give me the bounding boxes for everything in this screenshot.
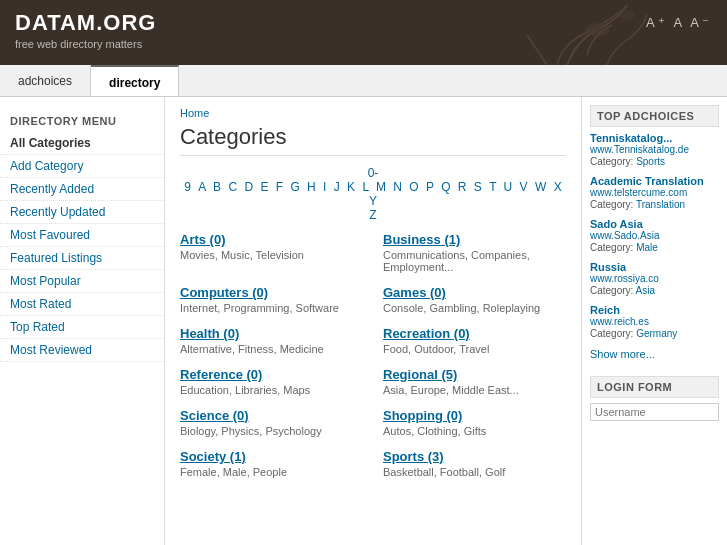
category-link[interactable]: Arts (0) bbox=[180, 232, 226, 247]
alpha-N[interactable]: N bbox=[391, 180, 407, 194]
category-link[interactable]: Society (1) bbox=[180, 449, 246, 464]
category-link[interactable]: Health (0) bbox=[180, 326, 239, 341]
category-item: Health (0)Alternative, Fitness, Medicine bbox=[180, 326, 363, 355]
category-item: Shopping (0)Autos, Clothing, Gifts bbox=[383, 408, 566, 437]
adchoices-title: TOP ADCHOICES bbox=[590, 105, 719, 127]
sidebar-item-featured-listings[interactable]: Featured Listings bbox=[0, 247, 164, 270]
category-link[interactable]: Science (0) bbox=[180, 408, 249, 423]
alpha-T[interactable]: T bbox=[487, 180, 501, 194]
font-normal-icon[interactable]: A bbox=[673, 15, 690, 30]
sidebar-item-all-categories[interactable]: All Categories bbox=[0, 132, 164, 155]
category-subcats: Console, Gambling, Roleplaying bbox=[383, 302, 566, 314]
ad-url[interactable]: www.Sado.Asia bbox=[590, 230, 719, 241]
sidebar-item-most-reviewed[interactable]: Most Reviewed bbox=[0, 339, 164, 362]
alpha-G[interactable]: G bbox=[288, 180, 305, 194]
alpha-Y[interactable]: Y bbox=[367, 194, 379, 208]
show-more-link[interactable]: Show more... bbox=[590, 348, 655, 360]
category-subcats: Basketball, Football, Golf bbox=[383, 466, 566, 478]
alpha-W[interactable]: W bbox=[533, 180, 552, 194]
tab-adchoices[interactable]: adchoices bbox=[0, 65, 91, 96]
alpha-V[interactable]: V bbox=[518, 180, 533, 194]
alpha-L[interactable]: L bbox=[360, 180, 374, 194]
alpha-D[interactable]: D bbox=[242, 180, 258, 194]
category-item: Regional (5)Asia, Europe, Middle East... bbox=[383, 367, 566, 396]
alpha-S[interactable]: S bbox=[472, 180, 487, 194]
ad-item: Academic Translationwww.telstercume.comC… bbox=[590, 175, 719, 210]
alpha-R[interactable]: R bbox=[456, 180, 472, 194]
sidebar-item-add-category[interactable]: Add Category bbox=[0, 155, 164, 178]
alpha-9[interactable]: 9 bbox=[182, 180, 196, 194]
login-title: LOGIN FORM bbox=[590, 376, 719, 398]
alpha-C[interactable]: C bbox=[226, 180, 242, 194]
category-link[interactable]: Recreation (0) bbox=[383, 326, 470, 341]
page-title: Categories bbox=[180, 124, 566, 156]
ad-category-link[interactable]: Translation bbox=[636, 199, 685, 210]
category-subcats: Asia, Europe, Middle East... bbox=[383, 384, 566, 396]
category-link[interactable]: Reference (0) bbox=[180, 367, 262, 382]
alpha-X[interactable]: X bbox=[552, 180, 564, 194]
breadcrumb-home[interactable]: Home bbox=[180, 107, 209, 119]
category-item: Business (1)Communications, Companies, E… bbox=[383, 232, 566, 273]
category-subcats: Biology, Physics, Psychology bbox=[180, 425, 363, 437]
ad-category: Category: Germany bbox=[590, 328, 677, 339]
category-subcats: Education, Libraries, Maps bbox=[180, 384, 363, 396]
alpha-z[interactable]: Z bbox=[367, 208, 378, 222]
category-link[interactable]: Computers (0) bbox=[180, 285, 268, 300]
sidebar-item-recently-updated[interactable]: Recently Updated bbox=[0, 201, 164, 224]
main-content: Home Categories 0- 9 A B C D E F G H I J… bbox=[165, 97, 582, 545]
ad-category-link[interactable]: Male bbox=[636, 242, 658, 253]
ad-url[interactable]: www.Tenniskatalog.de bbox=[590, 144, 719, 155]
category-item: Computers (0)Internet, Programming, Soft… bbox=[180, 285, 363, 314]
alpha-K[interactable]: K bbox=[345, 180, 360, 194]
sidebar-item-most-favoured[interactable]: Most Favoured bbox=[0, 224, 164, 247]
alpha-O[interactable]: O bbox=[407, 180, 424, 194]
categories-grid: Arts (0)Movies, Music, TelevisionBusines… bbox=[180, 232, 566, 478]
sidebar-item-most-rated[interactable]: Most Rated bbox=[0, 293, 164, 316]
ad-title[interactable]: Tenniskatalog... bbox=[590, 132, 719, 144]
alpha-B[interactable]: B bbox=[211, 180, 226, 194]
alpha-F[interactable]: F bbox=[274, 180, 289, 194]
alpha-J[interactable]: J bbox=[332, 180, 345, 194]
alpha-E[interactable]: E bbox=[258, 180, 273, 194]
alpha-H[interactable]: H bbox=[305, 180, 321, 194]
category-link[interactable]: Sports (3) bbox=[383, 449, 444, 464]
ad-item: Russiawww.rossiya.coCategory: Asia bbox=[590, 261, 719, 296]
alpha-P[interactable]: P bbox=[424, 180, 439, 194]
ad-title[interactable]: Sado Asia bbox=[590, 218, 719, 230]
category-item: Games (0)Console, Gambling, Roleplaying bbox=[383, 285, 566, 314]
alpha-0dash[interactable]: 0- bbox=[366, 166, 381, 180]
sidebar: DIRECTORY MENU All Categories Add Catego… bbox=[0, 97, 165, 545]
ad-category-link[interactable]: Asia bbox=[636, 285, 655, 296]
category-link[interactable]: Shopping (0) bbox=[383, 408, 462, 423]
ad-category-link[interactable]: Germany bbox=[636, 328, 677, 339]
ad-url[interactable]: www.telstercume.com bbox=[590, 187, 719, 198]
alpha-row-2: 9 A B C D E F G H I J K L M N O P Q R S … bbox=[180, 180, 566, 208]
ad-url[interactable]: www.rossiya.co bbox=[590, 273, 719, 284]
alpha-Q[interactable]: Q bbox=[439, 180, 456, 194]
ad-category: Category: Asia bbox=[590, 285, 655, 296]
login-panel: LOGIN FORM bbox=[590, 376, 719, 425]
ad-title[interactable]: Reich bbox=[590, 304, 719, 316]
sidebar-item-recently-added[interactable]: Recently Added bbox=[0, 178, 164, 201]
ad-url[interactable]: www.reich.es bbox=[590, 316, 719, 327]
svg-point-1 bbox=[619, 10, 635, 20]
alpha-A[interactable]: A bbox=[196, 180, 211, 194]
alpha-I[interactable]: I bbox=[321, 180, 332, 194]
ad-title[interactable]: Russia bbox=[590, 261, 719, 273]
category-link[interactable]: Business (1) bbox=[383, 232, 460, 247]
category-link[interactable]: Regional (5) bbox=[383, 367, 457, 382]
ad-title[interactable]: Academic Translation bbox=[590, 175, 719, 187]
main-layout: DIRECTORY MENU All Categories Add Catego… bbox=[0, 97, 727, 545]
ad-category: Category: Male bbox=[590, 242, 658, 253]
username-input[interactable] bbox=[590, 403, 719, 421]
tab-directory[interactable]: directory bbox=[91, 65, 179, 96]
sidebar-item-top-rated[interactable]: Top Rated bbox=[0, 316, 164, 339]
sidebar-item-most-popular[interactable]: Most Popular bbox=[0, 270, 164, 293]
category-item: Recreation (0)Food, Outdoor, Travel bbox=[383, 326, 566, 355]
font-decrease-icon[interactable]: A⁻ bbox=[690, 15, 712, 30]
alpha-M[interactable]: M bbox=[374, 180, 391, 194]
category-link[interactable]: Games (0) bbox=[383, 285, 446, 300]
category-subcats: Alternative, Fitness, Medicine bbox=[180, 343, 363, 355]
ad-category-link[interactable]: Sports bbox=[636, 156, 665, 167]
alpha-U[interactable]: U bbox=[502, 180, 518, 194]
